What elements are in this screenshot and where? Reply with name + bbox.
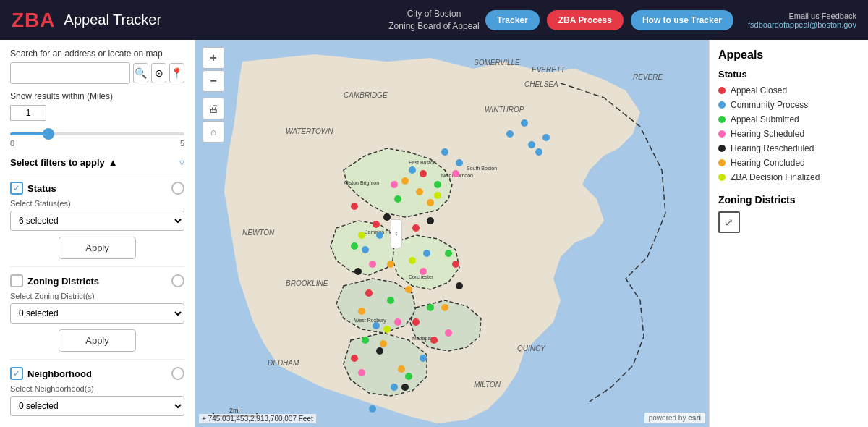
collapse-icon: ▲ (109, 157, 118, 168)
plus-icon: + (202, 415, 206, 423)
app-title: Appeal Tracker (64, 12, 162, 28)
search-row: 🔍 ⊙ 📍 (10, 62, 184, 84)
subtitle-line1: City of Boston (388, 8, 479, 20)
svg-point-65 (420, 268, 427, 275)
search-button[interactable]: 🔍 (133, 63, 148, 83)
svg-text:MILTON: MILTON (474, 381, 501, 389)
filter-header-label: Select filters to apply (10, 157, 105, 168)
legend-list: Appeal Closed Community Process Appeal S… (718, 85, 859, 182)
svg-point-31 (441, 148, 448, 156)
zoning-radio[interactable] (171, 274, 184, 287)
svg-point-53 (351, 355, 358, 362)
svg-text:South Boston: South Boston (467, 166, 497, 171)
neighborhood-checkbox[interactable]: ✓ (10, 367, 23, 380)
zoning-apply-button[interactable]: Apply (59, 329, 136, 352)
svg-point-71 (354, 268, 362, 275)
svg-text:REVERE: REVERE (633, 73, 663, 81)
status-apply-button[interactable]: Apply (59, 237, 136, 259)
esri-logo: powered by esri (644, 413, 705, 423)
svg-point-32 (456, 159, 463, 166)
legend-item-appeal-closed: Appeal Closed (718, 85, 859, 96)
svg-point-74 (401, 384, 409, 391)
zoning-title: Zoning Districts (718, 194, 859, 206)
svg-point-72 (456, 282, 463, 289)
svg-point-47 (373, 221, 380, 228)
svg-point-45 (420, 170, 427, 177)
hearing-rescheduled-label: Hearing Rescheduled (731, 143, 814, 153)
zba-process-button[interactable]: ZBA Process (547, 10, 624, 30)
neighborhood-filter-title: Neighborhood (27, 368, 167, 379)
slider-row: 0 5 (10, 127, 184, 148)
svg-point-34 (521, 119, 528, 127)
svg-point-26 (441, 304, 448, 311)
svg-point-48 (412, 224, 420, 232)
neighborhood-radio[interactable] (171, 367, 184, 380)
neighborhood-filter-header: ✓ Neighborhood (10, 367, 184, 380)
legend-item-hearing-rescheduled: Hearing Rescheduled (718, 143, 859, 153)
zoom-out-button[interactable]: − (203, 70, 224, 92)
logo: ZBA (12, 9, 56, 32)
status-checkbox[interactable]: ✓ (10, 182, 23, 195)
community-process-label: Community Process (731, 100, 808, 110)
svg-text:NEWTON: NEWTON (242, 229, 275, 237)
zoning-icon: ⤢ (718, 211, 740, 233)
svg-point-52 (430, 337, 438, 344)
subtitle-line2: Zoning Board of Appeal (388, 20, 479, 33)
zoning-checkbox[interactable] (10, 274, 23, 287)
svg-point-44 (369, 405, 376, 413)
appeal-closed-dot (718, 87, 726, 94)
svg-text:DEDHAM: DEDHAM (268, 359, 299, 367)
zoom-in-button[interactable]: + (203, 47, 224, 69)
svg-text:QUINCY: QUINCY (517, 344, 546, 352)
hearing-scheduled-label: Hearing Scheduled (731, 129, 804, 139)
header-center: City of Boston Zoning Board of Appeal (388, 8, 479, 33)
svg-point-25 (405, 286, 412, 293)
zoning-section: Zoning Districts ⤢ (718, 194, 859, 233)
coordinates-bar: + 745,031,453,2,913,700,007 Feet (199, 414, 316, 423)
map-container[interactable]: ‹ WATERTOWN (195, 40, 709, 427)
hearing-scheduled-dot (718, 130, 726, 138)
miles-input[interactable] (10, 105, 46, 121)
appeal-submitted-label: Appeal Submitted (731, 114, 799, 124)
email-address[interactable]: fsdboardofappeal@boston.gov (748, 20, 856, 29)
svg-point-64 (369, 261, 376, 268)
svg-point-75 (434, 192, 441, 199)
coordinates-text: 745,031,453,2,913,700,007 Feet (208, 415, 313, 423)
map-background: WATERTOWN CAMBRIDGE NEWTON BROOKLINE DED… (195, 40, 709, 427)
map-collapse-button[interactable]: ‹ (391, 219, 402, 248)
status-radio[interactable] (171, 182, 184, 195)
svg-point-41 (373, 322, 380, 329)
svg-point-39 (376, 232, 383, 239)
svg-point-67 (445, 329, 452, 337)
svg-point-68 (358, 369, 365, 376)
how-to-button[interactable]: How to use Tracker (631, 10, 733, 30)
svg-point-27 (358, 308, 365, 315)
neighborhood-select[interactable]: 0 selected (10, 396, 184, 416)
range-slider[interactable] (10, 132, 184, 135)
svg-text:West Roxbury: West Roxbury (354, 318, 386, 324)
svg-point-46 (351, 203, 358, 210)
pin-button[interactable]: 📍 (169, 63, 184, 83)
svg-point-50 (365, 289, 373, 297)
svg-text:2mi: 2mi (229, 407, 240, 414)
zoning-filter: Zoning Districts Select Zoning District(… (10, 266, 184, 359)
header: ZBA Appeal Tracker City of Boston Zoning… (0, 0, 868, 40)
svg-point-63 (452, 170, 459, 177)
svg-point-29 (398, 365, 405, 373)
status-select[interactable]: 6 selected (10, 211, 184, 231)
svg-point-73 (376, 347, 383, 355)
svg-point-37 (535, 148, 542, 156)
print-button[interactable]: 🖨 (203, 98, 224, 119)
filter-header[interactable]: Select filters to apply ▲ ▿ (10, 156, 184, 168)
corner-arrows-icon: ⤢ (725, 216, 733, 228)
search-input[interactable] (10, 62, 130, 84)
hearing-concluded-label: Hearing Concluded (731, 158, 805, 168)
locate-button[interactable]: ⊙ (151, 63, 166, 83)
svg-point-62 (391, 181, 398, 188)
svg-point-66 (394, 318, 401, 326)
neighborhood-select-label: Select Neighborhood(s) (10, 384, 184, 393)
home-button[interactable]: ⌂ (203, 121, 224, 143)
zoning-select[interactable]: 0 selected (10, 303, 184, 324)
tracker-button[interactable]: Tracker (485, 10, 540, 30)
hearing-rescheduled-dot (718, 145, 726, 152)
